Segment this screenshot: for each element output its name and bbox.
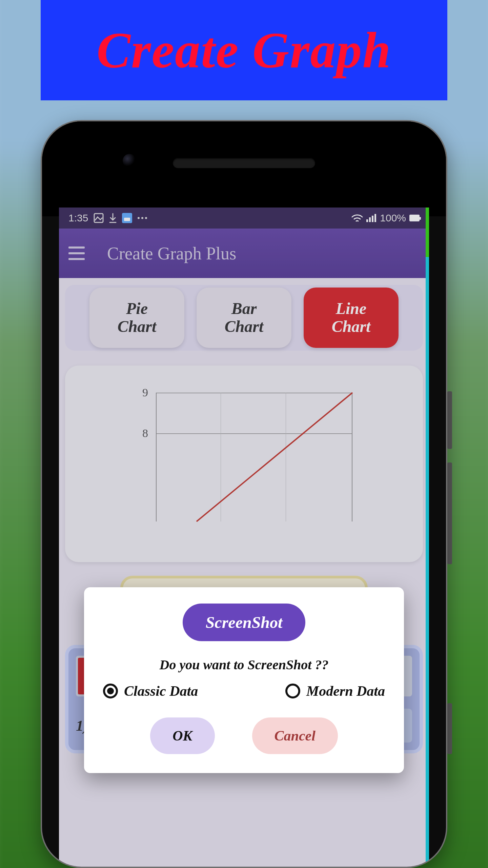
radio-modern-data[interactable]: Modern Data (285, 683, 385, 699)
status-battery-percent: 100% (380, 212, 406, 224)
image-icon (94, 213, 104, 223)
screenshot-pill-button[interactable]: ScreenShot (183, 604, 306, 641)
phone-side-button (447, 391, 452, 449)
phone-mockup: 1:35 100% (41, 120, 447, 868)
status-bar: 1:35 100% (59, 208, 429, 229)
phone-side-button (447, 462, 452, 564)
more-notifications-icon (138, 217, 147, 219)
radio-classic-data[interactable]: Classic Data (103, 683, 198, 699)
svg-rect-3 (372, 216, 373, 222)
tab-line-chart[interactable]: Line Chart (304, 288, 399, 348)
phone-bezel (42, 121, 446, 216)
cancel-button[interactable]: Cancel (252, 717, 338, 754)
line-series-1 (156, 393, 352, 521)
radio-unselected-icon (285, 684, 300, 698)
radio-label: Modern Data (306, 683, 385, 699)
tab-pie-chart[interactable]: Pie Chart (89, 288, 184, 348)
hamburger-menu-icon[interactable] (68, 246, 85, 260)
app-bar: Create Graph Plus (59, 229, 429, 278)
wifi-icon (351, 214, 363, 222)
chart-preview-card: 9 8 (65, 366, 423, 562)
radio-label: Classic Data (124, 683, 198, 699)
download-icon (109, 213, 117, 223)
line-chart: 9 8 (136, 393, 352, 521)
screenshot-dialog: ScreenShot Do you want to ScreenShot ?? … (84, 587, 404, 773)
app-title: Create Graph Plus (107, 243, 236, 263)
y-tick-label: 9 (142, 386, 148, 399)
phone-camera (123, 154, 136, 167)
chart-type-tabs: Pie Chart Bar Chart Line Chart (65, 285, 423, 351)
battery-icon (409, 215, 420, 221)
svg-line-5 (197, 393, 352, 521)
signal-icon (366, 214, 377, 222)
svg-rect-4 (374, 214, 376, 222)
y-tick-label: 8 (142, 427, 148, 440)
status-time: 1:35 (68, 212, 88, 224)
radio-selected-icon (103, 684, 118, 698)
svg-rect-2 (369, 217, 371, 222)
promo-banner: Create Graph (41, 0, 447, 100)
tab-bar-chart[interactable]: Bar Chart (197, 288, 291, 348)
ok-button[interactable]: OK (150, 717, 215, 754)
dialog-question: Do you want to ScreenShot ?? (98, 657, 390, 673)
app-notification-icon (122, 213, 132, 223)
svg-rect-1 (366, 219, 368, 222)
phone-side-button (447, 703, 452, 754)
screen-edge-accent (426, 208, 429, 867)
promo-banner-title: Create Graph (97, 21, 391, 79)
phone-speaker (173, 158, 315, 168)
